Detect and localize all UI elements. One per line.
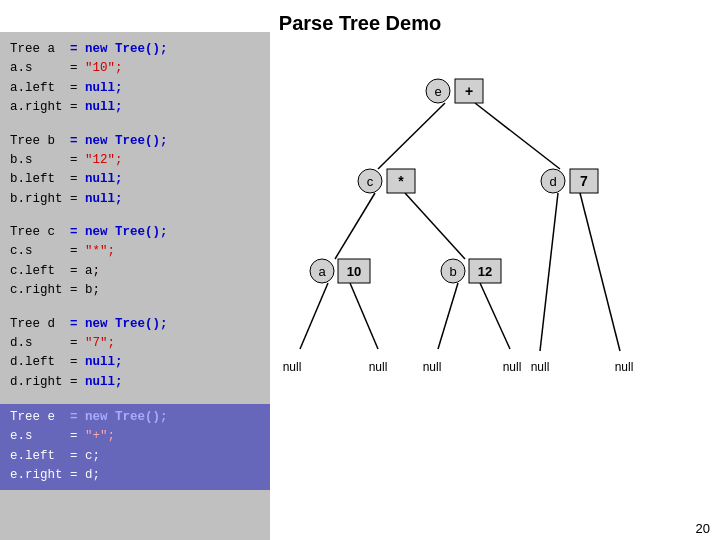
null-b-left: null [423, 360, 442, 374]
null-d-left: null [531, 360, 550, 374]
node-c-value: * [398, 173, 404, 189]
tree-diagram: e + c * d 7 a 10 b 12 null null null nul… [270, 32, 720, 540]
edge-e-d [475, 103, 560, 169]
code-block-a: Tree a = new Tree(); a.s = "10"; a.left … [10, 40, 260, 118]
edge-d-null5 [540, 193, 558, 351]
edge-a-null2 [350, 283, 378, 349]
edge-c-b [405, 193, 465, 259]
null-d-right: null [615, 360, 634, 374]
node-d-label: d [549, 174, 556, 189]
node-a-label: a [318, 264, 326, 279]
page-number: 20 [696, 521, 710, 536]
null-a-left: null [283, 360, 302, 374]
edge-a-null1 [300, 283, 328, 349]
node-e-value: + [465, 83, 473, 99]
node-a-value: 10 [347, 264, 361, 279]
node-b-label: b [449, 264, 456, 279]
code-block-b: Tree b = new Tree(); b.s = "12"; b.left … [10, 132, 260, 210]
null-b-right: null [503, 360, 522, 374]
label: Tree a [10, 42, 70, 56]
code-block-e: Tree e = new Tree(); e.s = "+"; e.left =… [0, 404, 270, 490]
tree-svg: e + c * d 7 a 10 b 12 null null null nul… [270, 32, 720, 540]
edge-c-a [335, 193, 375, 259]
null-a-right: null [369, 360, 388, 374]
node-c-label: c [367, 174, 374, 189]
code-block-c: Tree c = new Tree(); c.s = "*"; c.left =… [10, 223, 260, 301]
edge-e-c [378, 103, 445, 169]
node-b-value: 12 [478, 264, 492, 279]
code-block-d: Tree d = new Tree(); d.s = "7"; d.left =… [10, 315, 260, 393]
edge-b-null4 [480, 283, 510, 349]
code-panel: Tree a = new Tree(); a.s = "10"; a.left … [0, 32, 270, 540]
edge-b-null3 [438, 283, 458, 349]
edge-d-null6 [580, 193, 620, 351]
node-d-value: 7 [580, 173, 588, 189]
node-e-label: e [434, 84, 441, 99]
